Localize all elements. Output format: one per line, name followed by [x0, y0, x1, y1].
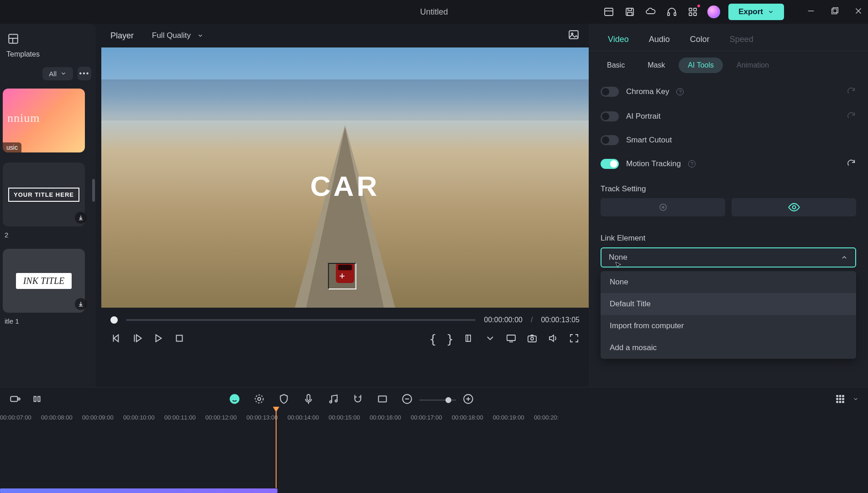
timeline-clip[interactable] — [0, 488, 277, 493]
svg-rect-0 — [605, 8, 613, 16]
timeline-menu-caret-icon[interactable] — [852, 393, 859, 407]
dropdown-option-import[interactable]: Import from computer — [601, 315, 856, 337]
smart-cutout-toggle[interactable] — [601, 135, 619, 145]
video-preview[interactable]: CAR — [101, 47, 589, 308]
zoom-in-button[interactable] — [462, 393, 474, 407]
scrubber-track[interactable] — [126, 319, 476, 321]
templates-icon[interactable] — [5, 30, 22, 47]
svg-rect-10 — [694, 13, 696, 16]
svg-rect-13 — [833, 8, 838, 13]
player-label: Player — [110, 31, 134, 41]
reset-icon[interactable] — [846, 86, 856, 98]
timeline-music-icon[interactable] — [327, 393, 339, 407]
track-setting-target[interactable] — [601, 198, 725, 216]
mark-in-button[interactable]: { — [429, 332, 437, 346]
svg-point-69 — [839, 401, 841, 403]
close-button[interactable] — [853, 6, 863, 18]
tab-color[interactable]: Color — [680, 28, 720, 51]
download-icon[interactable] — [75, 298, 87, 310]
ruler-tick: 00:00:12:00 — [205, 414, 246, 421]
svg-rect-4 — [627, 12, 632, 16]
timeline-ruler[interactable]: 00:00:07:0000:00:08:0000:00:09:0000:00:1… — [0, 412, 868, 421]
filter-dropdown[interactable]: All — [42, 67, 73, 80]
template-card[interactable]: INK TITLE itle 1 — [3, 249, 93, 325]
link-element-select[interactable]: None — [601, 247, 856, 267]
svg-point-65 — [837, 398, 838, 399]
playhead[interactable] — [276, 410, 277, 488]
subtab-ai-tools[interactable]: AI Tools — [679, 58, 723, 73]
timeline-shield-icon[interactable] — [278, 393, 290, 407]
timeline-mic-icon[interactable] — [303, 393, 314, 407]
cloud-icon[interactable] — [644, 5, 657, 18]
reset-icon[interactable] — [846, 110, 856, 122]
play-button[interactable] — [131, 332, 143, 346]
headphones-icon[interactable] — [665, 5, 678, 18]
quality-dropdown[interactable]: Full Quality — [147, 28, 208, 43]
timeline-frame-icon[interactable] — [376, 393, 388, 407]
svg-rect-16 — [9, 34, 18, 43]
ai-portrait-label: AI Portrait — [626, 112, 661, 121]
ruler-tick: 00:00:17:00 — [411, 414, 452, 421]
svg-rect-33 — [507, 335, 515, 341]
motion-tracking-box[interactable] — [328, 263, 356, 289]
svg-point-63 — [839, 395, 841, 397]
save-icon[interactable] — [623, 5, 636, 18]
download-icon[interactable] — [75, 212, 87, 224]
scrollbar-thumb[interactable] — [92, 179, 95, 202]
scrubber-handle[interactable] — [110, 316, 118, 324]
help-icon[interactable]: ? — [676, 88, 684, 95]
svg-point-66 — [839, 398, 841, 399]
motion-tracking-toggle[interactable] — [601, 159, 619, 169]
dropdown-option-none[interactable]: None — [601, 271, 856, 293]
volume-icon[interactable] — [548, 333, 559, 346]
export-button[interactable]: Export — [728, 4, 784, 20]
apps-icon[interactable] — [686, 5, 699, 18]
prev-frame-button[interactable] — [110, 332, 122, 346]
fullscreen-icon[interactable] — [569, 333, 580, 346]
dropdown-option-default-title[interactable]: Default Title — [601, 293, 856, 315]
maximize-button[interactable] — [830, 6, 840, 18]
chroma-key-toggle[interactable] — [601, 87, 619, 97]
svg-point-39 — [662, 206, 664, 208]
user-avatar[interactable] — [707, 5, 720, 18]
dropdown-option-mosaic[interactable]: Add a mosaic — [601, 337, 856, 359]
subtab-animation: Animation — [727, 58, 778, 73]
mark-out-button[interactable]: } — [446, 332, 454, 346]
help-icon[interactable]: ? — [688, 160, 695, 168]
tab-audio[interactable]: Audio — [639, 28, 680, 51]
timeline-ai-icon[interactable] — [229, 393, 241, 407]
ruler-tick: 00:00:09:00 — [82, 414, 123, 421]
zoom-slider[interactable] — [419, 399, 456, 401]
crop-icon[interactable] — [464, 333, 475, 346]
timeline-marker-icon[interactable] — [31, 393, 43, 407]
timeline-effects-icon[interactable] — [253, 393, 265, 407]
template-card[interactable]: YOUR TITLE HERE 2 — [3, 163, 93, 239]
ai-portrait-toggle[interactable] — [601, 111, 619, 121]
template-card[interactable]: nnium usic — [3, 89, 93, 152]
stop-button[interactable] — [173, 332, 185, 346]
subtab-mask[interactable]: Mask — [638, 58, 674, 73]
reset-icon[interactable] — [846, 158, 856, 170]
track-setting-label: Track Setting — [589, 176, 868, 198]
subtab-basic[interactable]: Basic — [598, 58, 634, 73]
timeline-record-icon[interactable] — [9, 393, 21, 407]
export-label: Export — [738, 7, 763, 16]
zoom-out-button[interactable] — [401, 393, 413, 407]
chevron-down-icon[interactable] — [485, 333, 496, 346]
timeline-grid-icon[interactable] — [834, 393, 846, 407]
tab-video[interactable]: Video — [598, 28, 639, 51]
image-icon[interactable] — [568, 29, 580, 42]
timeline-magnet-icon[interactable] — [352, 393, 364, 407]
snapshot-icon[interactable] — [527, 333, 538, 346]
track-setting-visibility[interactable] — [732, 198, 856, 216]
svg-point-40 — [792, 206, 795, 209]
more-options-button[interactable]: ••• — [78, 67, 91, 80]
display-icon[interactable] — [506, 333, 517, 346]
time-separator: / — [531, 316, 533, 324]
svg-rect-7 — [689, 8, 692, 11]
svg-marker-28 — [136, 335, 141, 341]
layout-icon[interactable] — [602, 5, 615, 18]
svg-rect-56 — [379, 396, 387, 402]
play-forward-button[interactable] — [152, 332, 164, 346]
minimize-button[interactable] — [806, 6, 816, 18]
